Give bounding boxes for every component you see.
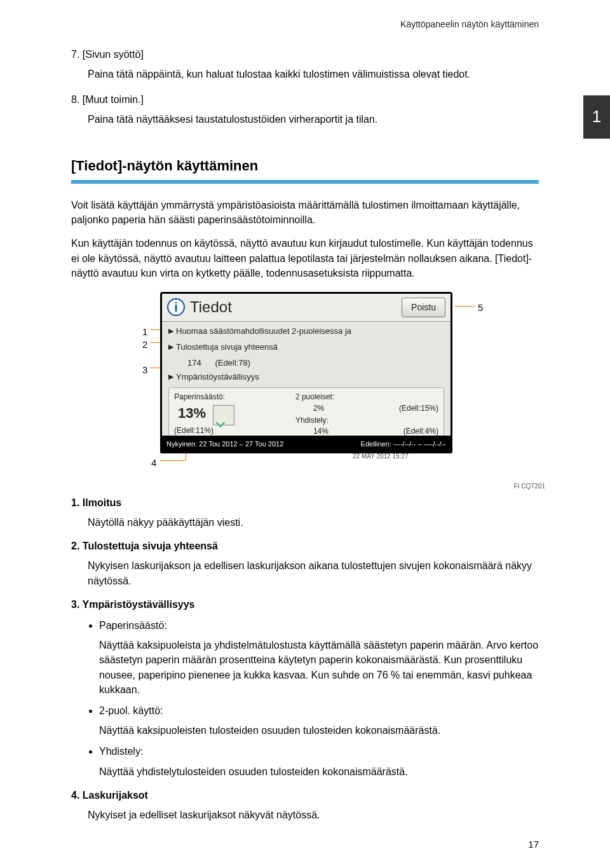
def4-body: Nykyiset ja edelliset laskurijaksot näky…: [88, 808, 539, 822]
def3-bullets2: 2-puol. käyttö:: [99, 703, 539, 718]
def1-body: Näytöllä näkyy pääkäyttäjän viesti.: [88, 515, 539, 530]
callout-4: 4: [151, 456, 156, 470]
step-8-head: 8. [Muut toimin.]: [71, 92, 539, 107]
panel-timestamp: 22 MAY 2012 15:27: [353, 452, 408, 462]
panel-title: Tiedot: [190, 296, 402, 319]
panel-bar-left: Nykyinen: 22 Tou 2012 – 27 Tou 2012: [166, 439, 283, 450]
lead-4h: [160, 460, 186, 461]
info-icon: i: [167, 298, 185, 316]
section-p2: Kun käyttäjän todennus on käytössä, näyt…: [71, 236, 539, 280]
callout-1: 1: [142, 325, 147, 339]
callout-5: 5: [478, 301, 483, 315]
callout-3: 3: [142, 363, 147, 377]
panel-header: i Tiedot Poistu: [162, 294, 451, 322]
chapter-tab: 1: [583, 95, 610, 139]
def3-bullets: Paperinsäästö:: [99, 618, 539, 633]
definitions: 1. Ilmoitus Näytöllä näkyy pääkäyttäjän …: [71, 495, 539, 822]
running-head: Käyttöpaneelin näytön käyttäminen: [71, 18, 539, 31]
page-number: 17: [528, 837, 539, 851]
env-r1-label: 2 puoleiset:: [295, 392, 334, 403]
section-p1: Voit lisätä käyttäjän ymmärrystä ympäris…: [71, 198, 539, 227]
def3-b3-body: Näyttää yhdistelytulosteiden osuuden tul…: [99, 764, 539, 779]
bullet-icon: ▶: [168, 341, 173, 352]
info-panel: i Tiedot Poistu ▶ Huomaa säästömahdollis…: [160, 292, 452, 453]
def2-head: 2. Tulostettuja sivuja yhteensä: [71, 539, 539, 553]
env-r2-label: Yhdistely:: [295, 415, 329, 426]
step-7-head: 7. [Sivun syöttö]: [71, 47, 539, 62]
def1-head: 1. Ilmoitus: [71, 495, 539, 510]
lead-5: [455, 306, 475, 307]
panel-body: ▶ Huomaa säästömahdollisuudet 2-puoleise…: [162, 322, 451, 439]
def3-b2-body: Näyttää kaksipuoleisten tulosteiden osuu…: [99, 723, 539, 738]
def2-body: Nykyisen laskurijakson ja edellisen lask…: [88, 558, 539, 588]
bullet-icon: ▶: [168, 326, 173, 336]
section-title: [Tiedot]-näytön käyttäminen: [71, 156, 539, 176]
exit-button[interactable]: Poistu: [402, 298, 445, 317]
env-left-label: Paperinsäästö:: [174, 392, 287, 403]
screen-figure: 1 2 3 4 5 i Tiedot Poistu ▶ Huomaa sääst…: [71, 292, 539, 483]
step-7-body: Paina tätä näppäintä, kun haluat tulosta…: [88, 67, 539, 81]
numbered-steps: 7. [Sivun syöttö] Paina tätä näppäintä, …: [71, 47, 539, 127]
env-box: Paperinsäästö: 13% (Edell:11%) 2 puoleis…: [168, 387, 444, 439]
panel-row2-n: 174: [187, 358, 201, 368]
section-rule: [71, 180, 539, 184]
paper-cube-icon: [213, 405, 234, 425]
env-r1-val: 2%: [313, 403, 324, 414]
panel-row2: Tulostettuja sivuja yhteensä: [176, 341, 278, 354]
panel-statusbar: Nykyinen: 22 Tou 2012 – 27 Tou 2012 Edel…: [160, 436, 452, 453]
def3-bullets3: Yhdistely:: [99, 744, 539, 759]
def3-b1-body: Näyttää kaksipuoleista ja yhdistelmätulo…: [99, 638, 539, 697]
def3-head: 3. Ympäristöystävällisyys: [71, 597, 539, 612]
step-8-body: Paina tätä näyttääksesi taustatulostustö…: [88, 112, 539, 127]
env-r1-prev: (Edell:15%): [399, 403, 438, 414]
panel-row3: Ympäristöystävällisyys: [176, 371, 259, 383]
panel-bar-right: Edellinen: ----/--/-- – ----/--/--: [361, 439, 446, 450]
bullet-icon: ▶: [168, 371, 173, 382]
def3-b1: Paperinsäästö:: [99, 618, 539, 633]
env-left-pct: 13%: [174, 404, 206, 421]
callout-2: 2: [142, 338, 147, 352]
def4-head: 4. Laskurijaksot: [71, 788, 539, 803]
def3-b3: Yhdistely:: [99, 744, 539, 759]
figure-reference: FI CQT201: [514, 482, 545, 492]
def3-b2: 2-puol. käyttö:: [99, 703, 539, 718]
panel-row2-prev: (Edell:78): [215, 358, 250, 368]
panel-row1: Huomaa säästömahdollisuudet 2-puoleisess…: [176, 326, 351, 338]
